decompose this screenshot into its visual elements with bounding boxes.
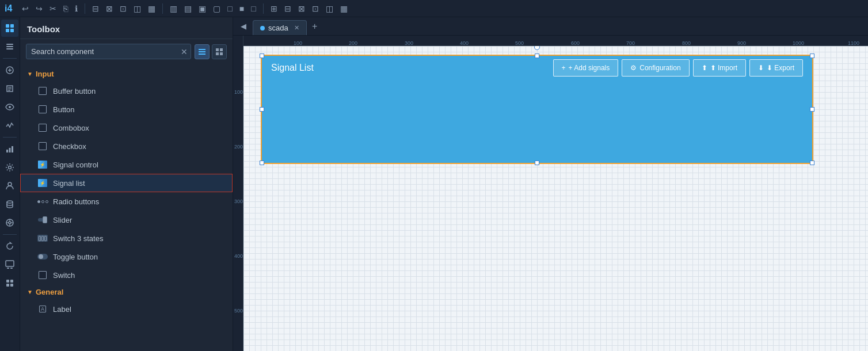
tab-bar: ◀ scada ✕ + bbox=[233, 17, 868, 36]
widget-title: Signal List bbox=[271, 63, 314, 73]
signal-list-icon: ⚡ bbox=[37, 177, 48, 189]
grid-icon-6[interactable]: ▦ bbox=[338, 3, 349, 14]
export-button[interactable]: ⬇ ⬇ Export bbox=[749, 59, 803, 77]
refresh-icon[interactable] bbox=[1, 238, 18, 255]
scripts-icon[interactable] bbox=[1, 80, 18, 97]
toolbox-title: Toolbox bbox=[20, 17, 233, 39]
align-icon-5[interactable]: ▦ bbox=[146, 3, 157, 14]
grid-icon-2[interactable]: ⊟ bbox=[283, 3, 293, 14]
component-radio-buttons[interactable]: Radio buttons bbox=[20, 192, 233, 211]
category-general[interactable]: ▼ General bbox=[20, 284, 233, 300]
ruler-v-mark-500: 500 bbox=[234, 308, 243, 314]
chart-icon[interactable] bbox=[1, 140, 18, 158]
label-icon: A bbox=[37, 303, 48, 315]
component-button[interactable]: Button bbox=[20, 100, 233, 119]
button-icon bbox=[37, 104, 48, 115]
svg-rect-5 bbox=[6, 46, 13, 47]
properties-icon[interactable] bbox=[1, 62, 18, 79]
separator-3 bbox=[263, 3, 264, 14]
layout-icon-1[interactable]: ▥ bbox=[168, 3, 179, 14]
handle-middle-left[interactable] bbox=[260, 107, 264, 112]
align-icon-1[interactable]: ⊟ bbox=[90, 3, 101, 14]
component-slider[interactable]: Slider bbox=[20, 211, 233, 229]
user-icon[interactable] bbox=[1, 177, 18, 194]
cut-icon[interactable]: ✂ bbox=[48, 3, 58, 14]
copy-icon[interactable]: ⎘ bbox=[62, 3, 70, 14]
align-icon-2[interactable]: ⊠ bbox=[104, 3, 115, 14]
svg-rect-2 bbox=[6, 29, 9, 32]
rotate-handle[interactable] bbox=[534, 46, 540, 50]
handle-bottom-right[interactable] bbox=[810, 161, 814, 165]
component-buffer-button[interactable]: Buffer button bbox=[20, 82, 233, 100]
ruler-v-mark-200: 200 bbox=[234, 144, 243, 150]
ruler-h-mark-600: 600 bbox=[571, 40, 580, 45]
handle-middle-right[interactable] bbox=[810, 107, 814, 112]
svg-rect-14 bbox=[6, 150, 8, 152]
svg-rect-38 bbox=[216, 52, 219, 55]
category-input[interactable]: ▼ Input bbox=[20, 66, 233, 82]
component-switch-3-states[interactable]: Switch 3 states bbox=[20, 229, 233, 247]
canvas-grid[interactable]: Signal List + + Add signals ⚙ Configurat… bbox=[243, 46, 868, 351]
configuration-button[interactable]: ⚙ Configuration bbox=[622, 59, 689, 77]
tab-close-icon[interactable]: ✕ bbox=[294, 24, 299, 32]
settings-icon[interactable] bbox=[1, 159, 18, 176]
database-icon[interactable] bbox=[1, 196, 18, 213]
switch-label: Switch bbox=[53, 271, 75, 280]
handle-bottom-middle[interactable] bbox=[535, 161, 539, 165]
layout-icon-6[interactable]: ■ bbox=[238, 3, 246, 14]
svg-rect-30 bbox=[10, 280, 13, 283]
network-icon[interactable] bbox=[1, 214, 18, 231]
grid-icon-5[interactable]: ◫ bbox=[324, 3, 335, 14]
view-toggle bbox=[195, 44, 227, 59]
blocks-icon[interactable] bbox=[1, 274, 18, 292]
grid-icon-3[interactable]: ⊠ bbox=[296, 3, 307, 14]
component-checkbox[interactable]: Checkbox bbox=[20, 137, 233, 155]
handle-top-left[interactable] bbox=[260, 54, 264, 58]
import-button[interactable]: ⬆ ⬆ Import bbox=[693, 59, 746, 77]
component-switch[interactable]: Switch bbox=[20, 266, 233, 284]
signal-list-widget[interactable]: Signal List + + Add signals ⚙ Configurat… bbox=[261, 55, 813, 164]
collapse-panel-button[interactable]: ◀ bbox=[238, 21, 249, 32]
component-signal-list[interactable]: ⚡ Signal list bbox=[20, 174, 233, 192]
signal-control-label: Signal control bbox=[53, 161, 98, 169]
component-signal-control[interactable]: ⚡ Signal control bbox=[20, 155, 233, 174]
toolbox-nav-icon[interactable] bbox=[1, 20, 18, 37]
handle-bottom-left[interactable] bbox=[260, 161, 264, 165]
grid-icon-4[interactable]: ⊡ bbox=[310, 3, 321, 14]
info-icon[interactable]: ℹ bbox=[73, 3, 79, 14]
list-view-button[interactable] bbox=[195, 44, 210, 59]
grid-icon-1[interactable]: ⊞ bbox=[269, 3, 279, 14]
svg-point-18 bbox=[8, 182, 12, 186]
search-input[interactable] bbox=[26, 44, 191, 59]
layout-icon-5[interactable]: □ bbox=[226, 3, 234, 14]
grid-view-button[interactable] bbox=[212, 44, 227, 59]
redo-icon[interactable]: ↪ bbox=[34, 3, 44, 14]
undo-icon[interactable]: ↩ bbox=[20, 3, 31, 14]
layout-icon-3[interactable]: ▣ bbox=[197, 3, 208, 14]
tab-scada[interactable]: scada ✕ bbox=[253, 20, 307, 35]
ruler-vertical: 100200300400500 bbox=[233, 46, 243, 351]
layout-icon-2[interactable]: ▤ bbox=[182, 3, 193, 14]
iconbar-separator-2 bbox=[3, 137, 17, 138]
layout-icon-4[interactable]: ▢ bbox=[211, 3, 222, 14]
canvas-viewport[interactable]: Signal List + + Add signals ⚙ Configurat… bbox=[243, 46, 868, 351]
svg-rect-16 bbox=[12, 146, 13, 152]
search-clear-icon[interactable]: ✕ bbox=[181, 47, 188, 56]
switch-icon bbox=[37, 269, 48, 281]
component-toggle-button[interactable]: Toggle button bbox=[20, 247, 233, 266]
handle-top-middle[interactable] bbox=[535, 54, 539, 58]
radio-buttons-label: Radio buttons bbox=[53, 197, 99, 206]
handle-top-right[interactable] bbox=[810, 54, 814, 58]
layout-icon-7[interactable]: □ bbox=[249, 3, 257, 14]
align-icon-4[interactable]: ◫ bbox=[132, 3, 143, 14]
eye-icon[interactable] bbox=[1, 98, 18, 116]
component-label[interactable]: A Label bbox=[20, 300, 233, 318]
signals-icon[interactable] bbox=[1, 117, 18, 134]
label-label: Label bbox=[53, 305, 71, 314]
add-signals-button[interactable]: + + Add signals bbox=[553, 59, 619, 77]
component-combobox[interactable]: Combobox bbox=[20, 119, 233, 137]
thumbnail-icon[interactable] bbox=[1, 256, 18, 273]
align-icon-3[interactable]: ⊡ bbox=[118, 3, 128, 14]
tab-add-button[interactable]: + bbox=[308, 20, 322, 33]
layers-icon[interactable] bbox=[1, 38, 18, 55]
